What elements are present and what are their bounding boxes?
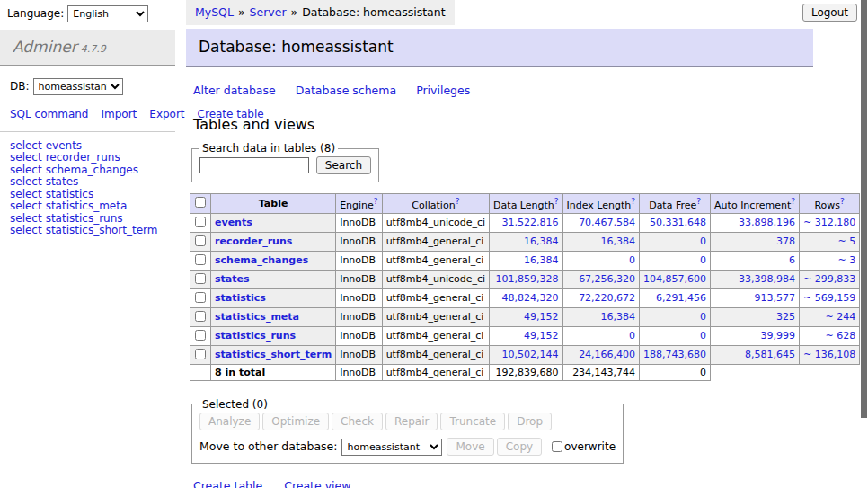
rows-value[interactable]: ~ 136,108 — [803, 349, 855, 360]
data-length-value[interactable]: 49,152 — [524, 311, 559, 323]
data-free-value[interactable]: 104,857,600 — [643, 273, 706, 285]
table-link[interactable]: states — [215, 273, 250, 285]
table-link[interactable]: recorder_runs — [215, 235, 292, 247]
auto-increment-value[interactable]: 378 — [776, 235, 795, 247]
help-link[interactable]: ? — [456, 197, 460, 206]
table-name-link[interactable]: schema_changes — [46, 164, 138, 176]
table-link[interactable]: statistics_runs — [215, 330, 296, 342]
alter-database-link[interactable]: Alter database — [193, 84, 276, 97]
index-length-value[interactable]: 67,256,320 — [579, 273, 635, 285]
select-link[interactable]: select — [10, 164, 42, 176]
row-checkbox[interactable] — [195, 254, 206, 265]
row-checkbox[interactable] — [195, 349, 206, 359]
create-view-link[interactable]: Create view — [284, 479, 350, 488]
data-free-value[interactable]: 50,331,648 — [650, 217, 706, 228]
vertical-scrollbar[interactable] — [860, 0, 868, 488]
scrollbar-thumb[interactable] — [861, 0, 867, 418]
db-select[interactable]: homeassistant — [33, 78, 123, 95]
copy-button[interactable]: Copy — [497, 438, 542, 456]
table-name-link[interactable]: events — [46, 139, 82, 152]
truncate-button[interactable]: Truncate — [440, 413, 505, 430]
rows-value[interactable]: ~ 5 — [837, 235, 855, 247]
table-link[interactable]: events — [215, 217, 252, 228]
search-button[interactable]: Search — [316, 156, 371, 174]
table-name-link[interactable]: statistics_short_term — [46, 224, 158, 236]
data-length-value[interactable]: 10,502,144 — [502, 349, 559, 360]
logout-button[interactable]: Logout — [802, 4, 857, 22]
data-free-value[interactable]: 0 — [700, 311, 706, 323]
auto-increment-value[interactable]: 33,398,984 — [739, 273, 795, 285]
optimize-button[interactable]: Optimize — [262, 413, 329, 430]
table-link[interactable]: statistics_meta — [215, 311, 299, 323]
table-link[interactable]: statistics_short_term — [215, 349, 332, 360]
privileges-link[interactable]: Privileges — [416, 84, 470, 97]
help-link[interactable]: ? — [554, 197, 559, 206]
import-link[interactable]: Import — [101, 108, 137, 120]
rows-value[interactable]: ~ 628 — [825, 330, 855, 342]
index-length-value[interactable]: 16,384 — [601, 235, 636, 247]
create-table-link-main[interactable]: Create table — [193, 479, 262, 488]
help-link[interactable]: ? — [696, 197, 701, 206]
language-select[interactable]: English — [67, 5, 148, 22]
breadcrumb-server-link[interactable]: Server — [250, 5, 287, 19]
help-link[interactable]: ? — [631, 197, 635, 206]
auto-increment-value[interactable]: 39,999 — [761, 330, 796, 342]
table-name-link[interactable]: statistics_runs — [46, 212, 123, 225]
select-link[interactable]: select — [10, 139, 42, 152]
help-link[interactable]: ? — [791, 197, 795, 206]
drop-button[interactable]: Drop — [508, 413, 552, 430]
analyze-button[interactable]: Analyze — [199, 413, 260, 430]
repair-button[interactable]: Repair — [385, 413, 438, 430]
table-link[interactable]: schema_changes — [215, 254, 308, 266]
row-checkbox[interactable] — [195, 273, 206, 284]
auto-increment-value[interactable]: 33,898,196 — [739, 217, 795, 228]
select-link[interactable]: select — [10, 175, 42, 188]
index-length-value[interactable]: 70,467,584 — [579, 217, 635, 228]
rows-value[interactable]: ~ 244 — [825, 311, 855, 323]
select-link[interactable]: select — [10, 188, 42, 200]
select-link[interactable]: select — [10, 151, 42, 164]
data-free-value[interactable]: 0 — [700, 330, 706, 342]
data-free-value[interactable]: 0 — [700, 254, 706, 266]
data-length-value[interactable]: 31,522,816 — [502, 217, 559, 228]
breadcrumb-driver-link[interactable]: MySQL — [195, 5, 234, 19]
select-link[interactable]: select — [10, 212, 42, 225]
export-link[interactable]: Export — [149, 108, 184, 120]
row-checkbox[interactable] — [195, 217, 206, 227]
data-length-value[interactable]: 101,859,328 — [496, 273, 559, 285]
data-length-value[interactable]: 16,384 — [524, 254, 559, 266]
table-name-link[interactable]: statistics_meta — [46, 200, 128, 212]
table-link[interactable]: statistics — [215, 292, 266, 304]
index-length-value[interactable]: 0 — [629, 330, 635, 342]
data-length-value[interactable]: 48,824,320 — [502, 292, 559, 304]
rows-value[interactable]: ~ 3 — [837, 254, 855, 266]
table-name-link[interactable]: states — [46, 175, 79, 188]
move-button[interactable]: Move — [447, 438, 493, 456]
check-button[interactable]: Check — [332, 413, 383, 430]
sql-command-link[interactable]: SQL command — [10, 108, 88, 120]
overwrite-checkbox[interactable] — [552, 441, 562, 452]
index-length-value[interactable]: 72,220,672 — [579, 292, 635, 304]
rows-value[interactable]: ~ 569,159 — [803, 292, 855, 304]
row-checkbox[interactable] — [195, 330, 206, 341]
row-checkbox[interactable] — [195, 292, 206, 303]
index-length-value[interactable]: 24,166,400 — [579, 349, 635, 360]
data-free-value[interactable]: 0 — [700, 235, 706, 247]
move-database-select[interactable]: homeassistant — [341, 439, 442, 456]
auto-increment-value[interactable]: 8,581,645 — [745, 349, 795, 360]
auto-increment-value[interactable]: 6 — [789, 254, 795, 266]
auto-increment-value[interactable]: 325 — [776, 311, 795, 323]
database-schema-link[interactable]: Database schema — [296, 84, 396, 97]
select-all-checkbox[interactable] — [195, 197, 206, 208]
select-link[interactable]: select — [10, 224, 42, 236]
search-input[interactable] — [199, 157, 309, 173]
data-length-value[interactable]: 16,384 — [524, 235, 559, 247]
row-checkbox[interactable] — [195, 235, 206, 246]
table-name-link[interactable]: statistics — [46, 188, 94, 200]
auto-increment-value[interactable]: 913,577 — [755, 292, 796, 304]
help-link[interactable]: ? — [840, 197, 845, 206]
data-free-value[interactable]: 188,743,680 — [643, 349, 706, 360]
table-name-link[interactable]: recorder_runs — [46, 151, 120, 164]
rows-value[interactable]: ~ 299,833 — [803, 273, 855, 285]
data-length-value[interactable]: 49,152 — [524, 330, 559, 342]
